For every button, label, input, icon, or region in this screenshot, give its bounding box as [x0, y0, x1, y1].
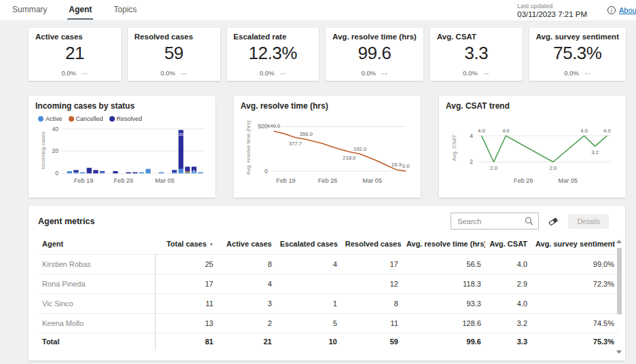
kpi-card-active-cases[interactable]: Active cases210.0%-- — [29, 28, 121, 81]
table-total-row: Total8121105999.63.375.3% — [38, 333, 618, 351]
legend-dot — [38, 116, 43, 122]
cell-agent: Total — [38, 333, 155, 351]
kpi-card-resolved-cases[interactable]: Resolved cases590.0%-- — [128, 28, 220, 81]
tab-topics[interactable]: Topics — [112, 0, 138, 20]
kpi-card-avg-csat[interactable]: Avg. CSAT3.30.0%-- — [430, 28, 523, 81]
top-navigation-bar: SummaryAgentTopics Last updated 03/11/20… — [0, 0, 636, 20]
kpi-delta: 0.0%-- — [227, 69, 319, 77]
tab-summary[interactable]: Summary — [11, 0, 48, 20]
table-row[interactable]: Rona Pineda17412118.32.972.3% — [38, 274, 618, 294]
column-header-resolved-cases[interactable]: Resolved cases — [341, 235, 402, 255]
details-button[interactable]: Details — [568, 214, 609, 229]
table-row[interactable]: Keena Mollo132511128.63.274.5% — [38, 314, 618, 333]
column-header-total-cases[interactable]: Total cases▼ — [155, 235, 217, 255]
kpi-card-escalated-rate[interactable]: Escalated rate12.3%0.0%-- — [227, 28, 319, 81]
about-link[interactable]: About — [619, 6, 636, 14]
kpi-trend-sparkline: -- — [382, 69, 387, 77]
svg-text:2.0: 2.0 — [550, 165, 557, 171]
kpi-delta: 0.0%-- — [529, 69, 626, 77]
agent-metrics-card: Agent metrics Details — [29, 206, 625, 361]
svg-text:20: 20 — [52, 147, 59, 154]
cell-total: 81 — [155, 333, 217, 351]
kpi-value: 3.3 — [437, 43, 516, 64]
column-header-agent[interactable]: Agent — [38, 235, 155, 255]
kpi-card-avg-resolve-time-hrs-[interactable]: Avg. resolve time (hrs)99.60.0%-- — [325, 28, 423, 81]
search-input[interactable] — [456, 217, 525, 226]
kpi-delta: 0.0%-- — [29, 69, 121, 77]
cell-csat: 3.2 — [485, 314, 531, 333]
chart-title: Incoming cases by status — [35, 101, 209, 111]
kpi-value: 21 — [35, 43, 114, 64]
cell-active: 4 — [217, 274, 276, 294]
svg-text:356.0: 356.0 — [300, 131, 313, 137]
svg-text:Mar 05: Mar 05 — [363, 177, 383, 184]
eraser-icon[interactable] — [547, 215, 560, 227]
incoming-cases-plot[interactable]: Incoming cases 02040356Feb 19Feb 26Mar 0… — [43, 124, 209, 188]
svg-text:4.0: 4.0 — [478, 128, 485, 134]
kpi-card-avg-survey-sentiment[interactable]: Avg. survey sentiment75.3%0.0%-- — [529, 28, 626, 81]
cell-avg_resolve: 56.5 — [402, 255, 485, 274]
cell-avg_resolve: 128.6 — [402, 314, 485, 333]
cell-resolved: 59 — [341, 333, 402, 351]
kpi-label: Avg. survey sentiment — [536, 33, 619, 41]
last-updated-label: Last updated — [517, 3, 587, 10]
cell-escalated: 4 — [276, 255, 341, 274]
cell-resolved: 8 — [341, 294, 402, 314]
cell-escalated: 10 — [276, 333, 341, 351]
svg-text:0: 0 — [264, 168, 268, 175]
svg-text:Feb 26: Feb 26 — [318, 177, 338, 184]
kpi-value: 12.3% — [234, 43, 313, 64]
cell-csat: 2.9 — [485, 274, 531, 294]
cell-agent: Rona Pineda — [38, 274, 155, 294]
svg-text:Feb 26: Feb 26 — [113, 177, 133, 184]
cell-sentiment: 99.0% — [531, 255, 618, 274]
kpi-card-row: Active cases210.0%--Resolved cases590.0%… — [29, 28, 626, 81]
svg-text:218.0: 218.0 — [342, 155, 355, 161]
column-header-active-cases[interactable]: Active cases — [217, 235, 276, 255]
table-scrollbar[interactable] — [616, 240, 623, 354]
resolve-time-plot[interactable]: Avg. resolve time (hrs) 0500449.0377.735… — [249, 116, 414, 189]
scrollbar-thumb[interactable] — [617, 248, 622, 314]
svg-text:Feb 26: Feb 26 — [514, 177, 533, 184]
column-header-avg-csat[interactable]: Avg. CSAT — [485, 235, 531, 255]
table-row[interactable]: Kirstien Robas25841756.54.099.0% — [38, 255, 618, 274]
cell-active: 3 — [217, 294, 276, 314]
info-icon[interactable]: i — [607, 6, 616, 14]
about-area: i About — [607, 6, 636, 14]
svg-text:15.9: 15.9 — [391, 162, 402, 168]
cell-resolved: 12 — [341, 274, 402, 294]
column-header-escalated-cases[interactable]: Escalated cases — [276, 235, 341, 255]
cell-total: 11 — [155, 294, 217, 314]
column-header-avg-resolve-time-hrs-[interactable]: Avg. resolve time (hrs) — [402, 235, 485, 255]
kpi-label: Avg. CSAT — [437, 33, 516, 41]
cell-total: 25 — [155, 255, 217, 274]
legend-item-active[interactable]: Active — [38, 115, 63, 122]
cell-avg_resolve: 93.3 — [402, 294, 485, 314]
svg-text:0: 0 — [55, 170, 58, 177]
cell-escalated — [276, 274, 341, 294]
sort-descending-icon: ▼ — [209, 242, 213, 247]
cell-sentiment: 75.3% — [531, 333, 618, 351]
cell-resolved: 11 — [341, 314, 402, 333]
cell-active: 8 — [217, 255, 276, 274]
svg-text:2: 2 — [470, 158, 473, 165]
kpi-delta: 0.0%-- — [430, 69, 523, 77]
legend-item-resolved[interactable]: Resolved — [109, 115, 143, 122]
legend-dot — [69, 116, 74, 122]
table-row[interactable]: Vic Sinco1131893.34.0 — [38, 294, 618, 314]
scroll-down-icon[interactable] — [616, 350, 622, 354]
svg-text:4.0: 4.0 — [502, 128, 510, 134]
column-header-avg-survey-sentiment[interactable]: Avg. survey sentiment — [531, 235, 618, 255]
cell-resolved: 17 — [341, 255, 402, 274]
legend-item-cancelled[interactable]: Cancelled — [69, 115, 103, 122]
cell-active: 2 — [217, 314, 276, 333]
scroll-up-icon[interactable] — [616, 240, 622, 243]
cell-escalated: 1 — [276, 294, 341, 314]
cell-total: 13 — [155, 314, 217, 333]
cell-escalated: 5 — [276, 314, 341, 333]
csat-trend-plot[interactable]: Avg. CSAT 244.02.04.02.04.03.24.0Feb 26M… — [454, 116, 619, 189]
incoming-cases-chart-card: Incoming cases by status ActiveCancelled… — [29, 96, 215, 198]
topbar-right: Last updated 03/11/2023 7:21 PM i About — [517, 0, 636, 20]
kpi-value: 75.3% — [536, 43, 619, 64]
tab-agent[interactable]: Agent — [67, 0, 93, 20]
